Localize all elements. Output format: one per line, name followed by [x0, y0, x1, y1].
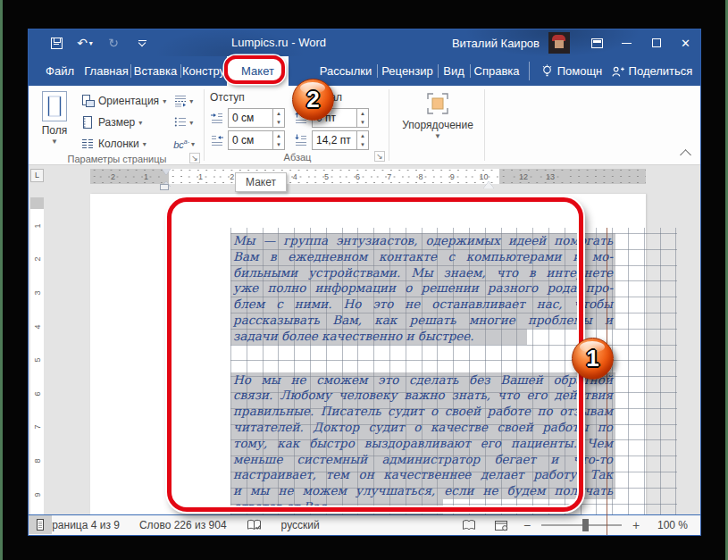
quick-access-toolbar: ↶▾ ↻ — [48, 29, 150, 56]
web-layout-button[interactable] — [490, 516, 513, 535]
ruler-number: 1 — [185, 172, 216, 181]
collapse-ribbon-button[interactable] — [680, 149, 691, 161]
arrange-group: Упорядочение ▼ — [389, 86, 484, 164]
dialog-launcher-icon[interactable]: ↘ — [374, 151, 385, 162]
undo-button[interactable]: ↶▾ — [77, 33, 93, 53]
tab-tell-me[interactable]: Помощн — [534, 56, 609, 86]
horizontal-ruler[interactable]: 21 12345678910 1213 — [90, 169, 646, 184]
ruler-number: 7 — [30, 411, 44, 445]
tab-review[interactable]: Рецензир — [377, 56, 438, 86]
left-indent-marker[interactable] — [160, 184, 169, 190]
zoom-level[interactable]: 100 % — [650, 519, 688, 531]
close-button[interactable]: ✕ — [671, 29, 700, 56]
lightbulb-icon — [541, 64, 553, 79]
word-count[interactable]: Слово 226 из 904 — [139, 519, 227, 531]
annotation-balloon-2: 2 — [292, 79, 334, 121]
orientation-button[interactable]: Ориентация▾ — [80, 92, 166, 110]
orientation-icon — [80, 94, 95, 108]
print-layout-button[interactable] — [29, 515, 52, 534]
right-indent-marker[interactable] — [483, 176, 494, 188]
ruler-number: 5 — [30, 343, 44, 377]
redo-button[interactable]: ↻ — [105, 33, 121, 53]
ruler-text-area: 12345678910 — [169, 169, 499, 184]
size-button[interactable]: Размер▾ — [80, 113, 166, 131]
annotation-balloon-1: 1 — [572, 338, 614, 380]
share-button[interactable]: Поделиться — [611, 56, 693, 86]
zoom-slider[interactable] — [541, 524, 622, 526]
line-numbers-button[interactable]: ▾ — [173, 113, 195, 131]
indent-right-field[interactable]: 0 см▲▼ — [228, 130, 285, 150]
user-avatar[interactable] — [548, 32, 570, 54]
dialog-launcher-icon[interactable]: ↘ — [189, 153, 200, 163]
vertical-ruler[interactable]: 123456789 — [30, 197, 44, 514]
ruler-number: 12 — [510, 172, 537, 181]
ruler-number: 2 — [96, 172, 130, 181]
tab-stop-selector[interactable]: L — [30, 169, 44, 182]
zoom-slider-thumb[interactable] — [582, 519, 589, 531]
tab-separator — [529, 62, 530, 80]
title-bar-right: Виталий Каиров ✕ — [452, 29, 700, 56]
spacing-after-field[interactable]: 14,2 пт▲▼ — [312, 130, 369, 150]
spinner-arrows[interactable]: ▲▼ — [356, 131, 368, 149]
layout-tab-tooltip: Макет — [235, 172, 287, 192]
spinner-arrows[interactable]: ▲▼ — [356, 109, 368, 127]
margins-icon — [41, 90, 68, 122]
user-name[interactable]: Виталий Каиров — [452, 37, 540, 50]
tab-view[interactable]: Вид — [438, 56, 470, 86]
indent-left-icon — [210, 111, 224, 125]
undo-dropdown-icon: ▾ — [89, 39, 93, 47]
title-bar: ↶▾ ↻ Lumpics.ru - Word Виталий Каиров ✕ — [29, 29, 700, 56]
ribbon-display-options-icon — [591, 38, 603, 48]
columns-button[interactable]: Колонки▾ — [80, 135, 166, 153]
proofing-status-icon[interactable] — [247, 519, 262, 532]
read-mode-button[interactable] — [457, 516, 481, 535]
language-indicator[interactable]: русский — [281, 519, 320, 531]
hyphenation-button[interactable]: bca- ▾ — [173, 135, 195, 153]
desktop-edge-left — [0, 0, 3, 560]
status-bar: Страница 4 из 9 Слово 226 из 904 русский… — [29, 514, 700, 535]
ruler-left-margin: 21 — [90, 169, 169, 184]
ruler-right-margin: 1213 — [499, 169, 646, 184]
zoom-out-button[interactable]: − — [522, 518, 532, 532]
ruler-number: 13 — [537, 172, 564, 181]
page-setup-group: Поля ▼ Ориентация▾ Размер▾ — [29, 86, 204, 164]
indent-label: Отступ — [210, 90, 285, 106]
arrange-icon — [424, 90, 451, 117]
print-layout-icon — [33, 518, 47, 531]
margins-button[interactable]: Поля ▼ — [34, 88, 75, 153]
share-person-icon — [612, 65, 624, 78]
save-icon — [51, 38, 63, 49]
read-mode-icon — [462, 519, 476, 531]
columns-icon — [80, 137, 95, 151]
close-icon: ✕ — [681, 37, 690, 50]
annotation-highlight-2 — [224, 55, 285, 84]
arrange-button[interactable]: Упорядочение ▼ — [395, 88, 481, 149]
ribbon-display-options-button[interactable] — [582, 29, 612, 56]
ruler-number: 9 — [437, 172, 468, 181]
spinner-arrows[interactable]: ▲▼ — [272, 109, 284, 127]
ruler-number: 9 — [30, 478, 44, 512]
breaks-button[interactable]: ▾ — [173, 92, 195, 110]
desktop-background: ↶▾ ↻ Lumpics.ru - Word Виталий Каиров ✕ … — [0, 0, 728, 560]
tab-help[interactable]: Справка — [470, 56, 523, 86]
zoom-in-button[interactable]: + — [631, 518, 641, 532]
paragraph-group-label: Абзац ↘ — [210, 151, 385, 164]
ruler-top-margin — [30, 197, 44, 209]
customize-qat-button[interactable] — [134, 33, 150, 53]
ribbon-tab-bar: Файл Главная Вставка Констру Макет Рассы… — [29, 56, 700, 86]
tab-design[interactable]: Констру — [180, 56, 227, 86]
document-area: L 21 12345678910 1213 Макет 123456789 Мы… — [29, 165, 700, 514]
line-numbers-icon — [173, 115, 188, 130]
maximize-button[interactable] — [641, 29, 671, 56]
tab-file[interactable]: Файл — [38, 56, 82, 86]
breaks-icon — [173, 94, 188, 108]
tab-home[interactable]: Главная — [82, 56, 130, 86]
minimize-button[interactable] — [612, 29, 641, 56]
window-title: Lumpics.ru - Word — [185, 29, 372, 56]
save-button[interactable] — [48, 33, 64, 53]
indent-left-field[interactable]: 0 см▲▼ — [228, 108, 285, 128]
spinner-arrows[interactable]: ▲▼ — [272, 131, 284, 149]
word-window: ↶▾ ↻ Lumpics.ru - Word Виталий Каиров ✕ … — [28, 29, 701, 536]
web-layout-icon — [494, 520, 508, 531]
tab-insert[interactable]: Вставка — [130, 56, 180, 86]
